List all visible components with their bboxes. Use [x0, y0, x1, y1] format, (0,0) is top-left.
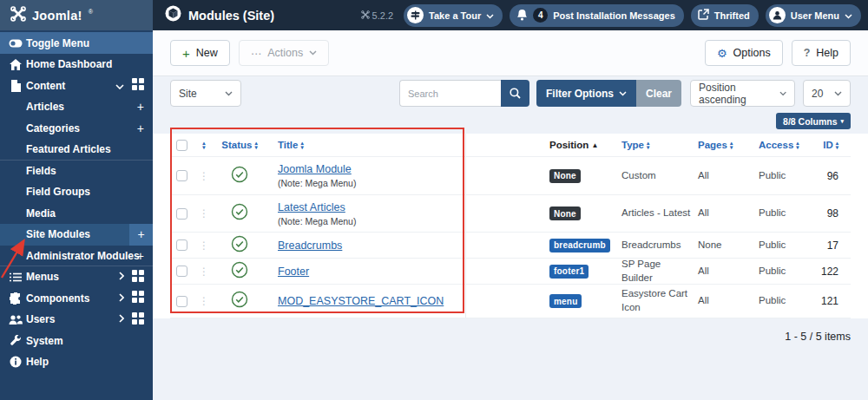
position-sort-header[interactable]: Position ▲	[549, 140, 598, 150]
module-type: Breadcrumbs	[621, 239, 681, 252]
status-published-icon[interactable]	[231, 166, 248, 187]
select-all-checkbox[interactable]	[176, 140, 187, 151]
sidebar-item-label: Articles	[26, 101, 64, 113]
user-menu-button[interactable]: User Menu	[766, 4, 861, 27]
take-a-tour-button[interactable]: Take a Tour	[404, 4, 503, 27]
sidebar-item-toggle-menu[interactable]: Toggle Menu	[0, 32, 153, 54]
pages-sort-header[interactable]: Pages ▴▾	[698, 140, 733, 150]
module-access: Public	[759, 207, 786, 220]
status-published-icon[interactable]	[231, 203, 248, 224]
row-checkbox[interactable]	[176, 296, 187, 307]
menu-list-icon	[9, 270, 23, 284]
help-button[interactable]: ? Help	[792, 40, 851, 66]
module-title-link[interactable]: Joomla Module	[278, 163, 356, 175]
module-title-link[interactable]: Breadcrumbs	[278, 239, 342, 252]
chevron-down-icon	[779, 91, 786, 96]
grid-dashboard-icon[interactable]	[132, 312, 144, 327]
drag-handle-icon[interactable]: ⋮	[199, 295, 209, 307]
grid-dashboard-icon[interactable]	[132, 270, 144, 285]
position-badge: menu	[549, 294, 582, 308]
grid-dashboard-icon[interactable]	[132, 291, 144, 305]
sidebar-item-site-modules[interactable]: Site Modules +	[0, 224, 153, 246]
table-header-row: ▴▾ Status ▴▾ Title ▴▾	[170, 134, 851, 157]
sidebar-item-users[interactable]: Users	[0, 309, 153, 331]
signpost-icon	[407, 7, 424, 23]
sidebar-item-menus[interactable]: Menus	[0, 266, 153, 288]
joomla-logo[interactable]: Joomla! ®	[0, 0, 153, 30]
status-published-icon[interactable]	[231, 235, 248, 256]
actions-dropdown-button[interactable]: ⋯ Actions	[239, 40, 330, 66]
module-title-link[interactable]: MOD_EASYSTORE_CART_ICON	[278, 295, 444, 307]
access-sort-header[interactable]: Access ▴▾	[759, 140, 799, 150]
sidebar-item-articles[interactable]: Articles +	[0, 96, 153, 118]
sidebar-item-media[interactable]: Media	[0, 203, 153, 225]
status-published-icon[interactable]	[231, 291, 248, 311]
add-icon[interactable]: +	[137, 122, 144, 134]
sidebar-item-home-dashboard[interactable]: Home Dashboard	[0, 54, 153, 75]
search-input[interactable]	[399, 80, 501, 107]
drag-handle-icon[interactable]: ⋮	[199, 266, 209, 278]
sort-icon: ▴▾	[254, 141, 257, 150]
sidebar-item-label: Home Dashboard	[26, 58, 112, 70]
add-icon[interactable]: +	[137, 101, 144, 113]
title-sort-header[interactable]: Title ▴▾	[278, 140, 304, 150]
grid-dashboard-icon[interactable]	[132, 78, 144, 93]
type-sort-header[interactable]: Type ▴▾	[621, 140, 649, 150]
columns-toggle-button[interactable]: 8/8 Columns ▾	[776, 113, 851, 129]
module-title-link[interactable]: Footer	[278, 266, 309, 278]
ordering-sort-header[interactable]: ▴▾	[202, 141, 205, 150]
sidebar-item-components[interactable]: Components	[0, 288, 153, 310]
users-icon	[9, 312, 23, 326]
sidebar-item-label: Field Groups	[26, 186, 90, 198]
sidebar-item-system[interactable]: System	[0, 331, 153, 352]
sort-order-select[interactable]: Position ascending	[690, 80, 795, 107]
module-type: Easystore Cart Icon	[621, 287, 691, 314]
new-button[interactable]: + New	[170, 40, 230, 66]
drag-handle-icon[interactable]: ⋮	[199, 207, 209, 220]
row-checkbox[interactable]	[176, 266, 187, 277]
options-button[interactable]: ⚙ Options	[705, 40, 783, 66]
post-installation-messages-button[interactable]: 4 Post Installation Messages	[510, 4, 684, 27]
joomla-mini-icon	[361, 10, 370, 21]
table-row: ⋮ MOD_EASYSTORE_CART_ICON menu	[170, 285, 851, 318]
drag-handle-icon[interactable]: ⋮	[199, 170, 209, 182]
sidebar-item-categories[interactable]: Categories +	[0, 118, 153, 140]
user-icon	[769, 7, 786, 23]
status-published-icon[interactable]	[231, 261, 248, 282]
row-checkbox[interactable]	[176, 208, 187, 220]
modules-table: ▴▾ Status ▴▾ Title ▴▾	[153, 134, 868, 318]
module-note: (Note: Mega Menu)	[278, 216, 356, 226]
list-limit-select[interactable]: 20	[803, 80, 851, 107]
module-id: 121	[821, 295, 838, 307]
client-select[interactable]: Site	[170, 80, 241, 107]
search-button[interactable]	[501, 80, 529, 107]
row-checkbox[interactable]	[176, 239, 187, 251]
sort-ascending-icon: ▲	[591, 141, 598, 149]
module-title-link[interactable]: Latest Articles	[278, 201, 356, 213]
chevron-right-icon	[119, 313, 124, 325]
module-id: 17	[827, 239, 838, 252]
external-link-icon	[698, 9, 709, 22]
id-sort-header[interactable]: ID ▴▾	[823, 140, 838, 150]
filter-options-button[interactable]: Filter Options	[536, 80, 636, 107]
module-id: 96	[827, 170, 838, 182]
sidebar-item-field-groups[interactable]: Field Groups	[0, 181, 153, 203]
status-sort-header[interactable]: Status ▴▾	[221, 140, 257, 150]
site-preview-button[interactable]: Thrifted	[691, 4, 759, 27]
module-access: Public	[759, 294, 786, 308]
row-checkbox[interactable]	[176, 170, 187, 181]
sidebar-item-fields[interactable]: Fields	[0, 161, 153, 182]
clear-button[interactable]: Clear	[636, 80, 681, 107]
add-icon[interactable]: +	[137, 250, 144, 262]
app-window: Joomla! ® Toggle Menu Home Dashboard	[0, 0, 868, 400]
drag-handle-icon[interactable]: ⋮	[199, 239, 209, 252]
sidebar-item-help[interactable]: Help	[0, 351, 153, 373]
sidebar-item-administrator-modules[interactable]: Administrator Modules +	[0, 246, 153, 267]
sidebar-item-label: Site Modules	[26, 228, 90, 240]
module-pages: None	[698, 239, 722, 252]
joomla-mark-icon	[10, 6, 26, 25]
sidebar-item-featured-articles[interactable]: Featured Articles	[0, 139, 153, 161]
add-icon[interactable]: +	[137, 228, 144, 240]
sidebar-item-content[interactable]: Content	[0, 75, 153, 97]
module-pages: All	[698, 265, 709, 279]
